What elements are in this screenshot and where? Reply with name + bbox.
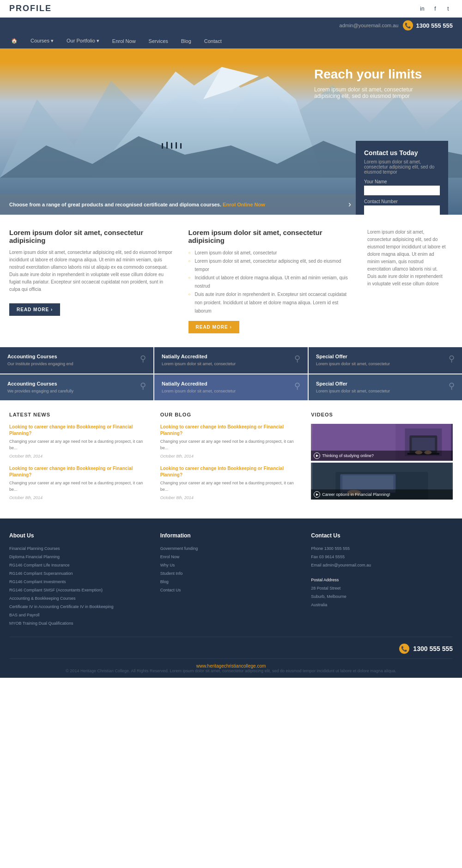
footer-link[interactable]: Blog (160, 578, 302, 586)
feature-desc-4: We provides engaging and carefully (7, 388, 73, 394)
nav-services[interactable]: Services (147, 34, 170, 48)
col1-body: Lorem ipsum dolor sit amet, consectetur … (9, 249, 175, 293)
contact-bar: admin@youremail.com.au 📞 1300 555 555 (0, 18, 462, 33)
bullet-item: Duis aute irure dolor in reprehenderit i… (188, 290, 354, 315)
blog-headline-1[interactable]: Looking to career change into Bookkeepin… (160, 424, 302, 437)
footer-phone: Phone 1300 555 555 (311, 544, 453, 553)
news-headline-2[interactable]: Looking to career change into Bookkeepin… (9, 465, 151, 478)
feature-desc-6: Lorem ipsum dolor sit amet, consectetur (316, 388, 390, 394)
linkedin-icon[interactable]: in (418, 4, 427, 13)
hero-subtitle: Lorem ipsum dolor sit amet, consectetur … (314, 86, 434, 99)
svg-rect-14 (412, 438, 435, 451)
feature-item-6[interactable]: Special Offer Lorem ipsum dolor sit amet… (309, 374, 462, 401)
hero-next-arrow[interactable]: › (348, 199, 351, 209)
col2-title: Lorem ipsum dolor sit amet, consectetur … (188, 229, 354, 244)
footer-about: About Us Financial Planning Courses Dipl… (9, 532, 151, 627)
news-date-1: October 8th, 2014 (9, 454, 43, 458)
nav-courses[interactable]: Courses ▾ (29, 33, 55, 48)
nav-home[interactable]: 🏠 (9, 33, 19, 48)
footer-link[interactable]: RG146 Compliant Superannuation (9, 569, 151, 578)
twitter-icon[interactable]: t (444, 4, 453, 13)
blog-item-1: Looking to career change into Bookkeepin… (160, 424, 302, 459)
features-grid: Accounting Courses Our Institute provide… (0, 347, 462, 400)
search-icon-1: ⚲ (140, 354, 146, 364)
feature-title-6: Special Offer (316, 381, 390, 386)
video-thumb-2[interactable]: ▶ Career options in Financial Planning! (311, 463, 453, 500)
number-input[interactable] (364, 205, 440, 215)
footer-link[interactable]: Contact Us (160, 586, 302, 594)
content-col-2: Lorem ipsum dolor sit amet, consectetur … (182, 229, 361, 333)
footer-street: 28 Postal Street (311, 584, 453, 592)
footer-link[interactable]: Accounting & Bookkeeping Courses (9, 594, 151, 603)
nav-portfolio[interactable]: Our Portfolio ▾ (65, 33, 101, 48)
hero-bottom-bar: Choose from a range of great products an… (0, 194, 360, 215)
footer-link[interactable]: Why Us (160, 561, 302, 569)
svg-rect-8 (176, 142, 177, 149)
name-label: Your Name (364, 179, 440, 184)
feature-title-2: Natially Accredited (162, 354, 236, 359)
footer-link[interactable]: RG146 Compliant Life Insurance (9, 561, 151, 569)
bullet-item: Lorem ipsum dolor sit amet, consectetur (188, 249, 354, 257)
news-headline-1[interactable]: Looking to career change into Bookkeepin… (9, 424, 151, 437)
footer-link[interactable]: BAS and Payroll (9, 611, 151, 619)
content-col-3: Lorem ipsum dolor sit amet, consectetur … (360, 229, 453, 333)
news-item-1: Looking to career change into Bookkeepin… (9, 424, 151, 459)
email-text: admin@youremail.com.au (340, 23, 399, 28)
footer-link[interactable]: RG146 Compliant Investments (9, 578, 151, 586)
bullet-item: Lorem ipsum dolor sit amet, consectetur … (188, 257, 354, 274)
feature-item-4[interactable]: Accounting Courses We provides engaging … (0, 374, 153, 401)
site-logo: PROFILE (9, 4, 52, 13)
feature-item-5[interactable]: Natially Accredited Lorem ipsum dolor si… (154, 374, 308, 401)
video-label-1: ▶ Thinking of studying online? (311, 451, 453, 461)
footer-country: Australia (311, 601, 453, 609)
feature-title-3: Special Offer (316, 354, 390, 359)
videos-title: VIDEOS (311, 412, 453, 417)
feature-item-2[interactable]: Natially Accredited Lorem ipsum dolor si… (154, 347, 308, 374)
footer-link[interactable]: Government funding (160, 544, 302, 553)
feature-title-5: Natially Accredited (162, 381, 236, 386)
nav-contact[interactable]: Contact (202, 34, 224, 48)
svg-rect-9 (180, 143, 182, 149)
number-label: Contact Number (364, 199, 440, 204)
blog-headline-2[interactable]: Looking to career change into Bookkeepin… (160, 465, 302, 478)
phone-number: 1300 555 555 (416, 22, 453, 29)
svg-rect-5 (162, 143, 163, 149)
footer-link[interactable]: Enrol Now (160, 553, 302, 561)
footer-contact: Contact Us Phone 1300 555 555 Fax 03 961… (311, 532, 453, 627)
footer-link[interactable]: Financial Planning Courses (9, 544, 151, 553)
blog-section: OUR BLOG Looking to career change into B… (160, 412, 302, 507)
phone-badge: 📞 1300 555 555 (403, 20, 453, 30)
contact-form-overlay: Contact us Today Lorem ipsum dolor sit a… (356, 141, 448, 215)
footer-link[interactable]: Diploma Financial Planning (9, 553, 151, 561)
videos-section: VIDEOS ▶ Thinking of studying online? (311, 412, 453, 507)
blog-date-1: October 8th, 2014 (160, 454, 194, 458)
contact-form-title: Contact us Today (364, 149, 440, 157)
footer-fax: Fax 03 9614 5555 (311, 553, 453, 561)
read-more-button-1[interactable]: READ MORE › (9, 303, 60, 316)
footer-website: www.heritagechristiancollege.com (196, 663, 266, 669)
footer-suburb: Suburb, Melbourne (311, 592, 453, 601)
social-icons: in f t (418, 4, 453, 13)
bullet-item: Incididunt ut labore et dolore magna ali… (188, 274, 354, 290)
nav-blog[interactable]: Blog (179, 34, 193, 48)
footer-link[interactable]: MYOB Training Dual Qualifications (9, 619, 151, 627)
footer-link[interactable]: RG146 Compliant SMSF (Accountants Exempt… (9, 586, 151, 594)
facebook-icon[interactable]: f (431, 4, 440, 13)
read-more-button-2[interactable]: READ MORE › (188, 321, 239, 333)
nav-enrol[interactable]: Enrol Now (110, 34, 138, 48)
svg-rect-7 (171, 143, 172, 149)
feature-desc-2: Lorem ipsum dolor sit amet, consectetur (162, 361, 236, 367)
blog-title: OUR BLOG (160, 412, 302, 417)
footer-link[interactable]: Student Info (160, 569, 302, 578)
top-bar: PROFILE in f t (0, 0, 462, 18)
main-content-section: Lorem ipsum dolor sit amet, consectetur … (0, 215, 462, 347)
enrol-link[interactable]: Enrol Online Now (223, 202, 265, 207)
feature-item-1[interactable]: Accounting Courses Our Institute provide… (0, 347, 153, 374)
video-thumb-1[interactable]: ▶ Thinking of studying online? (311, 424, 453, 461)
hero-bottom-text: Choose from a range of great products an… (9, 202, 265, 207)
news-item-2: Looking to career change into Bookkeepin… (9, 465, 151, 500)
footer-phone-number: 1300 555 555 (413, 645, 453, 652)
footer-link[interactable]: Certificate IV in Accounting Certificate… (9, 603, 151, 611)
feature-item-3[interactable]: Special Offer Lorem ipsum dolor sit amet… (309, 347, 462, 374)
name-input[interactable] (364, 186, 440, 195)
